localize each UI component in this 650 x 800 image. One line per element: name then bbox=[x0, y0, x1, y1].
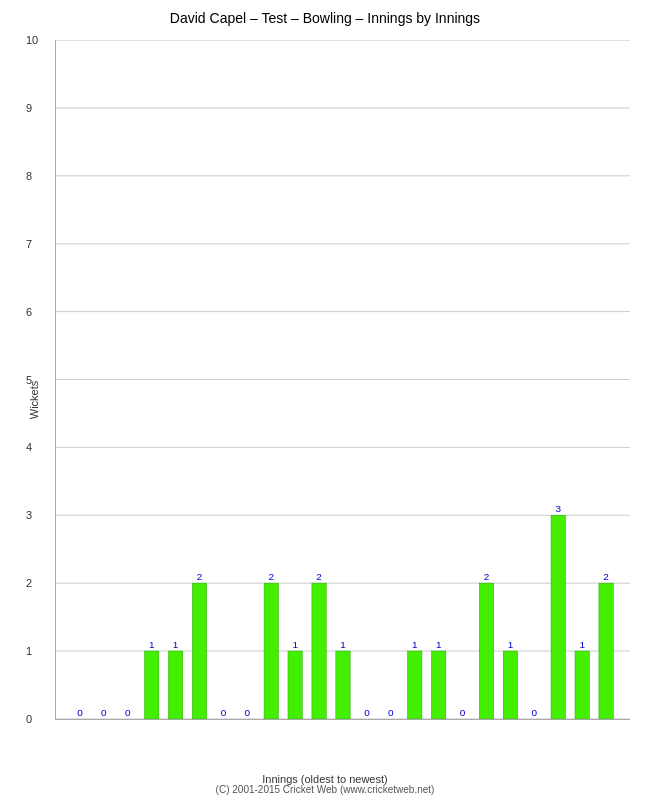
svg-text:1: 1 bbox=[412, 639, 418, 650]
svg-text:0: 0 bbox=[460, 707, 466, 718]
svg-text:2: 2 bbox=[603, 571, 609, 582]
svg-text:1: 1 bbox=[579, 639, 585, 650]
svg-text:0: 0 bbox=[245, 707, 251, 718]
svg-text:2: 2 bbox=[484, 571, 490, 582]
svg-text:0: 0 bbox=[221, 707, 227, 718]
y-tick-2: 2 bbox=[26, 577, 32, 589]
svg-text:1: 1 bbox=[436, 639, 442, 650]
svg-text:1: 1 bbox=[292, 639, 298, 650]
svg-rect-62 bbox=[551, 515, 565, 719]
svg-text:2: 2 bbox=[316, 571, 322, 582]
svg-text:1: 1 bbox=[508, 639, 514, 650]
y-tick-10: 10 bbox=[26, 34, 38, 46]
y-tick-1: 1 bbox=[26, 645, 32, 657]
svg-rect-23 bbox=[192, 583, 206, 719]
svg-rect-49 bbox=[431, 651, 445, 719]
svg-text:2: 2 bbox=[197, 571, 203, 582]
svg-text:2: 2 bbox=[268, 571, 274, 582]
chart-container: David Capel – Test – Bowling – Innings b… bbox=[0, 0, 650, 800]
svg-text:0: 0 bbox=[101, 707, 107, 718]
svg-rect-20 bbox=[168, 651, 182, 719]
svg-text:1: 1 bbox=[173, 639, 179, 650]
svg-text:3: 3 bbox=[555, 503, 561, 514]
svg-rect-57 bbox=[503, 651, 517, 719]
y-tick-7: 7 bbox=[26, 238, 32, 250]
svg-rect-68 bbox=[599, 583, 613, 719]
svg-rect-39 bbox=[336, 651, 350, 719]
svg-rect-36 bbox=[312, 583, 326, 719]
y-tick-8: 8 bbox=[26, 170, 32, 182]
y-tick-3: 3 bbox=[26, 509, 32, 521]
svg-text:0: 0 bbox=[532, 707, 538, 718]
svg-rect-54 bbox=[479, 583, 493, 719]
y-axis-title: Wickets bbox=[28, 381, 40, 420]
svg-text:1: 1 bbox=[340, 639, 346, 650]
svg-text:0: 0 bbox=[125, 707, 131, 718]
svg-rect-46 bbox=[408, 651, 422, 719]
svg-text:0: 0 bbox=[364, 707, 370, 718]
bars-chart: 0102031415260708291102111120130141151160… bbox=[56, 40, 630, 719]
svg-text:0: 0 bbox=[77, 707, 83, 718]
y-tick-0: 0 bbox=[26, 713, 32, 725]
y-tick-5: 5 bbox=[26, 374, 32, 386]
chart-title: David Capel – Test – Bowling – Innings b… bbox=[0, 0, 650, 31]
svg-rect-30 bbox=[264, 583, 278, 719]
svg-rect-17 bbox=[144, 651, 158, 719]
chart-area: 0102031415260708291102111120130141151160… bbox=[55, 40, 630, 720]
y-tick-6: 6 bbox=[26, 306, 32, 318]
y-tick-4: 4 bbox=[26, 441, 32, 453]
svg-rect-65 bbox=[575, 651, 589, 719]
svg-text:1: 1 bbox=[149, 639, 155, 650]
svg-text:0: 0 bbox=[388, 707, 394, 718]
svg-rect-33 bbox=[288, 651, 302, 719]
copyright: (C) 2001-2015 Cricket Web (www.cricketwe… bbox=[0, 784, 650, 795]
y-tick-9: 9 bbox=[26, 102, 32, 114]
